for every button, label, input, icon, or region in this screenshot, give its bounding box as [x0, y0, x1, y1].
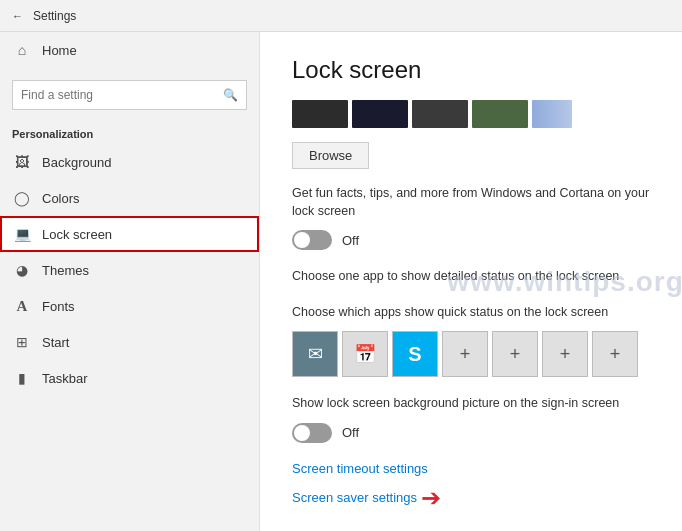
- fonts-label: Fonts: [42, 299, 75, 314]
- page-title: Lock screen: [292, 56, 650, 84]
- swatch-3[interactable]: [472, 100, 528, 128]
- section-label: Personalization: [0, 118, 259, 144]
- toggle2-desc: Show lock screen background picture on t…: [292, 395, 650, 413]
- toggle1-desc: Get fun facts, tips, and more from Windo…: [292, 185, 650, 220]
- search-icon: 🔍: [223, 88, 238, 102]
- themes-icon: ◕: [12, 260, 32, 280]
- toggle1-label: Off: [342, 233, 359, 248]
- toggle2-label: Off: [342, 425, 359, 440]
- taskbar-icon: ▮: [12, 368, 32, 388]
- quick-status-label: Choose which apps show quick status on t…: [292, 304, 650, 322]
- quick-icon-plus-1[interactable]: +: [442, 331, 488, 377]
- colors-icon: ◯: [12, 188, 32, 208]
- quick-status-row: ✉ 📅 S + + + +: [292, 331, 650, 377]
- quick-icon-plus-3[interactable]: +: [542, 331, 588, 377]
- taskbar-label: Taskbar: [42, 371, 88, 386]
- quick-icon-mail[interactable]: ✉: [292, 331, 338, 377]
- toggle1-switch[interactable]: [292, 230, 332, 250]
- sidebar-item-home[interactable]: ⌂ Home: [0, 32, 259, 68]
- home-icon: ⌂: [12, 40, 32, 60]
- back-button[interactable]: ←: [12, 10, 23, 22]
- colors-label: Colors: [42, 191, 80, 206]
- quick-icon-plus-2[interactable]: +: [492, 331, 538, 377]
- content-area-wrapper: www.wintips.org Lock screen Browse Get f…: [260, 32, 682, 531]
- sidebar-item-themes[interactable]: ◕ Themes: [0, 252, 259, 288]
- sidebar-item-taskbar[interactable]: ▮ Taskbar: [0, 360, 259, 396]
- lock-screen-label: Lock screen: [42, 227, 112, 242]
- toggle2-knob: [294, 425, 310, 441]
- themes-label: Themes: [42, 263, 89, 278]
- background-label: Background: [42, 155, 111, 170]
- quick-icon-calendar[interactable]: 📅: [342, 331, 388, 377]
- content-panel: Lock screen Browse Get fun facts, tips, …: [260, 32, 682, 531]
- sidebar-item-background[interactable]: 🖼 Background: [0, 144, 259, 180]
- screen-saver-link[interactable]: Screen saver settings: [292, 490, 417, 505]
- background-preview-strip: [292, 100, 650, 128]
- main-layout: ⌂ Home 🔍 Personalization 🖼 Background ◯ …: [0, 32, 682, 531]
- sidebar-item-start[interactable]: ⊞ Start: [0, 324, 259, 360]
- fonts-icon: A: [12, 296, 32, 316]
- toggle2-row: Off: [292, 423, 650, 443]
- toggle2-switch[interactable]: [292, 423, 332, 443]
- swatch-2[interactable]: [412, 100, 468, 128]
- sidebar-item-fonts[interactable]: A Fonts: [0, 288, 259, 324]
- sidebar-item-lock-screen[interactable]: 💻 Lock screen: [0, 216, 259, 252]
- start-icon: ⊞: [12, 332, 32, 352]
- browse-button[interactable]: Browse: [292, 142, 369, 169]
- start-label: Start: [42, 335, 69, 350]
- toggle1-knob: [294, 232, 310, 248]
- sidebar-item-colors[interactable]: ◯ Colors: [0, 180, 259, 216]
- quick-icon-skype[interactable]: S: [392, 331, 438, 377]
- toggle1-row: Off: [292, 230, 650, 250]
- lock-screen-icon: 💻: [12, 224, 32, 244]
- app-title: Settings: [33, 9, 76, 23]
- detailed-status-label: Choose one app to show detailed status o…: [292, 268, 650, 286]
- sidebar: ⌂ Home 🔍 Personalization 🖼 Background ◯ …: [0, 32, 260, 531]
- quick-icon-plus-4[interactable]: +: [592, 331, 638, 377]
- home-label: Home: [42, 43, 77, 58]
- search-input[interactable]: [21, 88, 223, 102]
- background-icon: 🖼: [12, 152, 32, 172]
- swatch-0[interactable]: [292, 100, 348, 128]
- red-arrow-annotation: ➔: [421, 484, 441, 512]
- swatch-1[interactable]: [352, 100, 408, 128]
- title-bar: ← Settings: [0, 0, 682, 32]
- swatch-4[interactable]: [532, 100, 572, 128]
- search-box[interactable]: 🔍: [12, 80, 247, 110]
- screen-timeout-link[interactable]: Screen timeout settings: [292, 461, 650, 476]
